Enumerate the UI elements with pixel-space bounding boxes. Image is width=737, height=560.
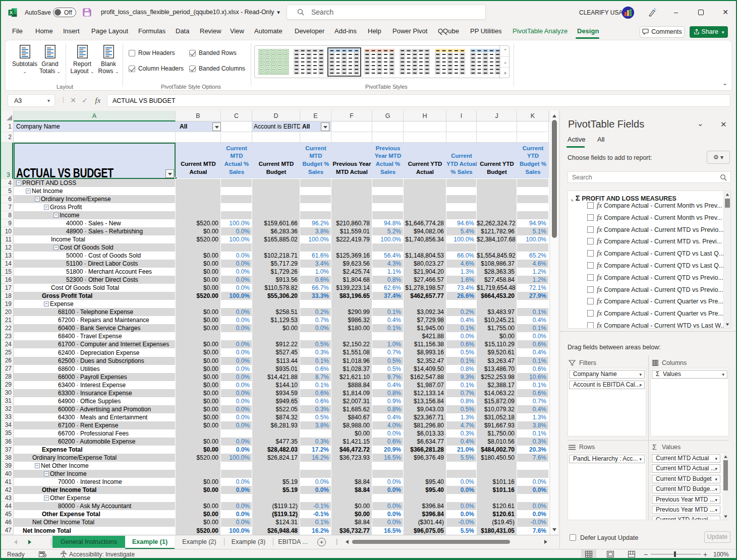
- svg-text:X: X: [10, 10, 13, 15]
